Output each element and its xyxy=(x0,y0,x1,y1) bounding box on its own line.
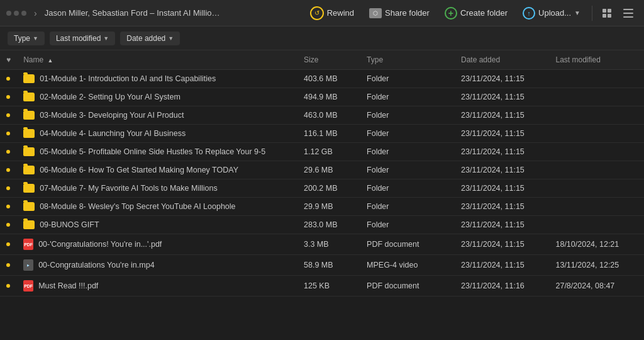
folder-icon xyxy=(23,93,35,101)
svg-rect-3 xyxy=(608,14,611,18)
name-cell: PDFMust Read !!!.pdf xyxy=(17,276,297,297)
favorite-dot[interactable] xyxy=(6,186,10,190)
rewind-button[interactable]: ↺ Rewind xyxy=(304,3,360,23)
name-cell: 06-Module 6- How To Get Started Making M… xyxy=(17,161,297,179)
table-row[interactable]: 09-BUNOS GIFT283.0 MBFolder23/11/2024, 1… xyxy=(0,216,644,234)
create-folder-icon: + xyxy=(445,7,457,20)
file-name: 02-Module 2- Setting Up Your AI System xyxy=(40,93,180,101)
favorite-cell xyxy=(0,106,17,125)
last-modified-cell xyxy=(549,70,644,88)
filter-bar: Type ▼ Last modified ▼ Date added ▼ xyxy=(0,26,644,50)
last-modified-cell: 13/11/2024, 12:25 xyxy=(549,255,644,276)
th-last-modified[interactable]: Last modified xyxy=(549,50,644,70)
favorite-dot[interactable] xyxy=(6,284,10,288)
last-modified-cell xyxy=(549,216,644,234)
date-added-cell: 23/11/2024, 11:15 xyxy=(455,255,549,276)
favorite-dot[interactable] xyxy=(6,113,10,117)
folder-icon xyxy=(23,184,35,193)
last-modified-filter[interactable]: Last modified ▼ xyxy=(50,31,115,45)
breadcrumb: Jason Miller, Sebastian Ford – Instant A… xyxy=(45,8,221,18)
pdf-icon: PDF xyxy=(23,280,33,292)
file-name: 07-Module 7- My Favorite AI Tools to Mak… xyxy=(40,184,218,193)
th-name[interactable]: Name ▲ xyxy=(17,50,297,70)
upload-label: Upload... xyxy=(538,8,571,18)
favorite-dot[interactable] xyxy=(6,168,10,172)
favorite-cell xyxy=(0,234,17,255)
table-row[interactable]: 04-Module 4- Launching Your AI Business1… xyxy=(0,125,644,143)
date-added-filter-label: Date added xyxy=(126,34,165,43)
name-cell: 05-Module 5- Profitable Online Side Hust… xyxy=(17,143,297,161)
th-type[interactable]: Type xyxy=(360,50,455,70)
type-cell: MPEG-4 video xyxy=(360,255,455,276)
type-cell: PDF document xyxy=(360,234,455,255)
name-sort-arrow: ▲ xyxy=(47,57,53,64)
type-cell: Folder xyxy=(360,179,455,198)
file-name: 01-Module 1- Introduction to AI and Its … xyxy=(40,74,216,83)
file-table: ♥ Name ▲ Size Type Date added Last modif… xyxy=(0,50,644,297)
date-added-cell: 23/11/2024, 11:15 xyxy=(455,106,549,125)
table-row[interactable]: 06-Module 6- How To Get Started Making M… xyxy=(0,161,644,179)
favorite-cell xyxy=(0,216,17,234)
favorite-dot[interactable] xyxy=(6,205,10,208)
favorite-dot[interactable] xyxy=(6,263,10,267)
favorite-cell xyxy=(0,161,17,179)
table-row[interactable]: 05-Module 5- Profitable Online Side Hust… xyxy=(0,143,644,161)
file-name: 05-Module 5- Profitable Online Side Hust… xyxy=(40,147,265,156)
folder-icon xyxy=(23,147,35,156)
last-modified-cell xyxy=(549,106,644,125)
favorite-dot[interactable] xyxy=(6,77,10,81)
date-added-cell: 23/11/2024, 11:15 xyxy=(455,234,549,255)
favorite-dot[interactable] xyxy=(6,223,10,227)
table-row[interactable]: 07-Module 7- My Favorite AI Tools to Mak… xyxy=(0,179,644,198)
last-modified-cell: 18/10/2024, 12:21 xyxy=(549,234,644,255)
table-row[interactable]: ▶00-Congratulations You're in.mp458.9 MB… xyxy=(0,255,644,276)
file-name: 09-BUNOS GIFT xyxy=(40,220,99,229)
table-row[interactable]: PDFMust Read !!!.pdf125 KBPDF document23… xyxy=(0,276,644,297)
last-modified-cell: 27/8/2024, 08:47 xyxy=(549,276,644,297)
type-cell: Folder xyxy=(360,143,455,161)
type-cell: Folder xyxy=(360,216,455,234)
top-bar-actions: ↺ Rewind ⬡ Share folder + Create folder … xyxy=(304,3,638,23)
date-added-cell: 23/11/2024, 11:16 xyxy=(455,276,549,297)
table-row[interactable]: 02-Module 2- Setting Up Your AI System49… xyxy=(0,88,644,106)
table-row[interactable]: 03-Module 3- Developing Your AI Product4… xyxy=(0,106,644,125)
rewind-label: Rewind xyxy=(327,8,354,18)
share-folder-button[interactable]: ⬡ Share folder xyxy=(363,5,436,21)
type-cell: Folder xyxy=(360,198,455,216)
dot-1 xyxy=(6,11,11,16)
type-cell: Folder xyxy=(360,70,455,88)
last-modified-cell xyxy=(549,143,644,161)
favorite-dot[interactable] xyxy=(6,150,10,154)
table-row[interactable]: 01-Module 1- Introduction to AI and Its … xyxy=(0,70,644,88)
favorite-cell xyxy=(0,143,17,161)
upload-button[interactable]: ↑ Upload... ▼ xyxy=(516,4,587,23)
table-row[interactable]: PDF00-'Congratulations! You're in...'.pd… xyxy=(0,234,644,255)
grid-view-button[interactable] xyxy=(597,4,616,23)
date-added-filter-caret: ▼ xyxy=(168,35,174,42)
size-cell: 29.6 MB xyxy=(297,161,360,179)
svg-rect-6 xyxy=(623,16,633,18)
file-name: 06-Module 6- How To Get Started Making M… xyxy=(40,166,238,174)
name-cell: 02-Module 2- Setting Up Your AI System xyxy=(17,88,297,106)
create-folder-button[interactable]: + Create folder xyxy=(438,4,514,23)
table-row[interactable]: 08-Module 8- Wesley's Top Secret YouTube… xyxy=(0,198,644,216)
name-cell: PDF00-'Congratulations! You're in...'.pd… xyxy=(17,234,297,255)
type-filter[interactable]: Type ▼ xyxy=(8,31,45,45)
menu-button[interactable] xyxy=(619,4,638,23)
window-controls xyxy=(6,11,26,16)
favorite-dot[interactable] xyxy=(6,132,10,135)
svg-rect-4 xyxy=(623,9,633,10)
type-cell: Folder xyxy=(360,125,455,143)
date-added-filter[interactable]: Date added ▼ xyxy=(120,31,180,45)
favorite-cell xyxy=(0,70,17,88)
folder-icon xyxy=(23,202,35,211)
table-header-row: ♥ Name ▲ Size Type Date added Last modif… xyxy=(0,50,644,70)
th-date-added[interactable]: Date added xyxy=(455,50,549,70)
favorite-dot[interactable] xyxy=(6,242,10,246)
breadcrumb-arrow: › xyxy=(34,8,37,18)
th-size[interactable]: Size xyxy=(297,50,360,70)
favorite-dot[interactable] xyxy=(6,95,10,99)
size-cell: 3.3 MB xyxy=(297,234,360,255)
share-icon: ⬡ xyxy=(369,8,382,18)
type-cell: Folder xyxy=(360,161,455,179)
